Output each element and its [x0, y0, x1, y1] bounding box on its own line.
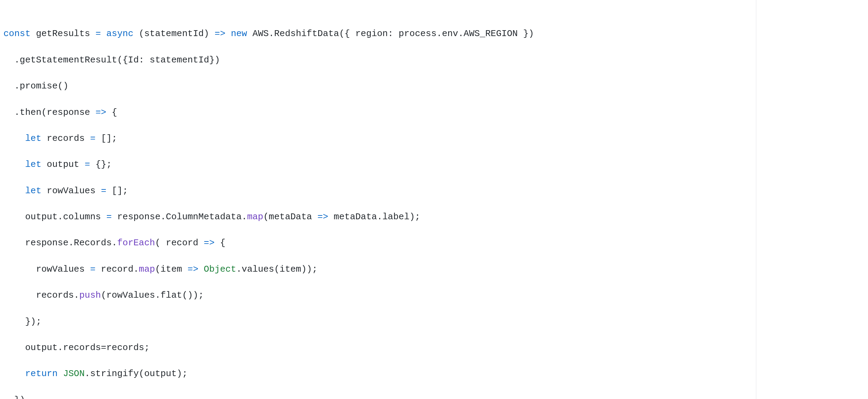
- code-line[interactable]: return JSON.stringify(output);: [3, 367, 756, 381]
- code-line[interactable]: output.columns = response.ColumnMetadata…: [3, 211, 756, 224]
- indent: [3, 107, 14, 118]
- code-text: [101, 28, 107, 39]
- keyword-new: new: [231, 28, 247, 39]
- keyword-async: async: [106, 28, 133, 39]
- code-text: }): [14, 395, 25, 399]
- code-line[interactable]: .then(response => {: [3, 106, 756, 119]
- constructor-call: AWS.RedshiftData({ region: process.env.A…: [253, 28, 534, 39]
- code-text: records.: [36, 290, 79, 300]
- code-line[interactable]: });: [3, 315, 756, 329]
- operator-equals: =: [90, 264, 96, 274]
- method-map: map: [139, 264, 155, 274]
- indent: [3, 133, 25, 144]
- identifier: records: [41, 133, 90, 144]
- indent: [3, 81, 14, 91]
- code-text: [209, 28, 215, 39]
- code-text: [31, 28, 36, 39]
- method-call: .then(response: [14, 107, 95, 118]
- code-text: [];: [106, 186, 128, 196]
- operator-arrow: =>: [204, 238, 214, 248]
- code-text: metaData.label);: [328, 212, 420, 222]
- code-text: record.: [95, 264, 139, 274]
- code-text: output.columns: [25, 212, 106, 222]
- code-text: [225, 28, 231, 39]
- code-line[interactable]: rowValues = record.map(item => Object.va…: [3, 263, 756, 276]
- code-text: [90, 28, 96, 39]
- indent: [3, 238, 25, 248]
- keyword-let: let: [25, 133, 41, 144]
- code-text: .values(item));: [236, 264, 317, 274]
- code-text: rowValues: [36, 264, 90, 274]
- code-text: [58, 368, 63, 379]
- keyword-let: let: [25, 159, 41, 170]
- code-text: });: [25, 316, 41, 327]
- code-line[interactable]: }): [3, 394, 756, 399]
- code-text: [];: [95, 133, 117, 144]
- operator-arrow: =>: [188, 264, 198, 274]
- code-text: (rowValues.flat());: [101, 290, 204, 300]
- code-text: {};: [90, 159, 112, 170]
- indent: [3, 186, 25, 196]
- keyword-let: let: [25, 186, 41, 196]
- operator-equals: =: [101, 186, 107, 196]
- code-line[interactable]: output.records=records;: [3, 341, 756, 355]
- identifier: output: [41, 159, 85, 170]
- code-text: response.ColumnMetadata.: [112, 212, 247, 222]
- method-map: map: [247, 212, 263, 222]
- indent: [3, 342, 25, 353]
- code-editor[interactable]: const getResults = async (statementId) =…: [0, 0, 756, 399]
- code-text: output.records=records;: [25, 342, 150, 353]
- identifier: getResults: [36, 28, 90, 39]
- operator-arrow: =>: [95, 107, 106, 118]
- code-line[interactable]: const getResults = async (statementId) =…: [3, 27, 756, 41]
- code-line[interactable]: let records = [];: [3, 132, 756, 145]
- keyword-const: const: [3, 28, 31, 39]
- params: (statementId): [139, 28, 209, 39]
- indent: [3, 159, 25, 170]
- code-text: [198, 264, 204, 274]
- code-text: .stringify(output);: [85, 368, 187, 379]
- indent: [3, 55, 14, 65]
- operator-arrow: =>: [215, 28, 225, 39]
- operator-equals: =: [106, 212, 112, 222]
- method-push: push: [79, 290, 101, 300]
- method-foreach: forEach: [117, 238, 155, 248]
- indent: [3, 368, 25, 379]
- code-text: [134, 28, 139, 39]
- indent: [3, 264, 36, 274]
- code-line[interactable]: .promise(): [3, 80, 756, 93]
- code-line[interactable]: let rowValues = [];: [3, 185, 756, 198]
- code-text: {: [215, 238, 225, 248]
- code-text: (item: [155, 264, 188, 274]
- indent: [3, 395, 14, 399]
- identifier: rowValues: [41, 186, 101, 196]
- code-text: ( record: [155, 238, 204, 248]
- code-line[interactable]: records.push(rowValues.flat());: [3, 289, 756, 302]
- indent: [3, 316, 25, 327]
- code-line[interactable]: response.Records.forEach( record => {: [3, 237, 756, 250]
- keyword-return: return: [25, 368, 58, 379]
- operator-arrow: =>: [317, 212, 328, 222]
- method-call: .getStatementResult({Id: statementId}): [14, 55, 220, 65]
- indent: [3, 290, 36, 300]
- code-line[interactable]: let output = {};: [3, 158, 756, 171]
- code-line[interactable]: .getStatementResult({Id: statementId}): [3, 54, 756, 67]
- code-text: [247, 28, 253, 39]
- method-call: .promise(): [14, 81, 68, 91]
- code-text: (metaData: [263, 212, 317, 222]
- indent: [3, 212, 25, 222]
- code-text: response.Records.: [25, 238, 117, 248]
- operator-equals: =: [90, 133, 96, 144]
- code-text: {: [106, 107, 117, 118]
- builtin-json: JSON: [63, 368, 85, 379]
- operator-equals: =: [85, 159, 90, 170]
- operator-equals: =: [95, 28, 101, 39]
- builtin-object: Object: [204, 264, 236, 274]
